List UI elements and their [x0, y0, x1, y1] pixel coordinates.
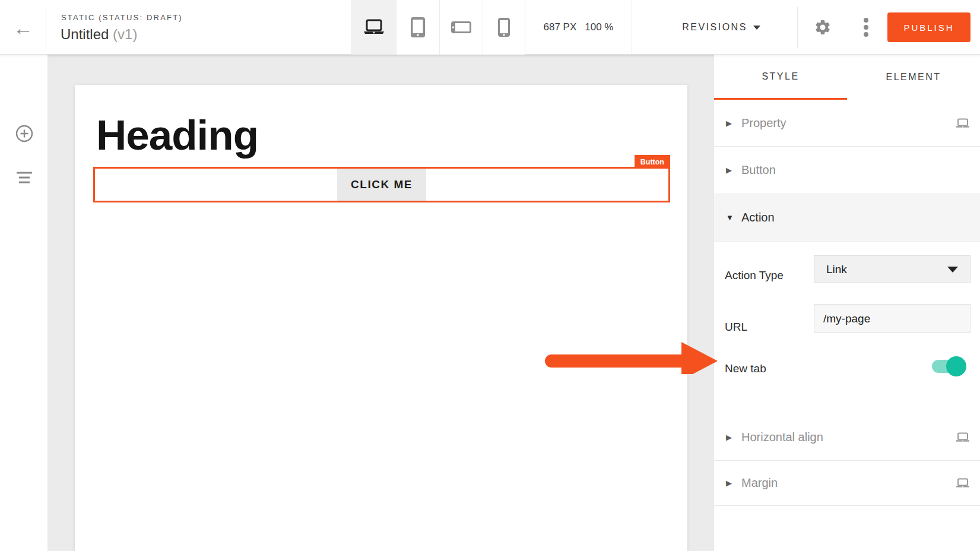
tab-element[interactable]: ELEMENT: [847, 55, 980, 100]
laptop-breakpoint-icon: [956, 478, 970, 488]
section-button[interactable]: ▶ Button: [714, 147, 980, 194]
document-version: (v1): [113, 26, 137, 42]
section-label: Margin: [741, 476, 778, 490]
panel-tabs: STYLE ELEMENT: [714, 55, 980, 100]
chevron-right-icon: ▶: [726, 433, 741, 442]
toggle-knob: [946, 356, 966, 376]
section-horizontal-align[interactable]: ▶ Horizontal align: [714, 414, 980, 461]
phone-landscape-icon: [451, 21, 472, 34]
tablet-icon: [409, 17, 427, 38]
layers-list-icon: [15, 171, 33, 184]
viewport-width-value: 687 PX: [544, 21, 577, 33]
publish-button[interactable]: PUBLISH: [887, 12, 971, 42]
section-label: Property: [741, 116, 786, 130]
chevron-down-icon: [947, 267, 958, 273]
laptop-icon: [362, 18, 386, 36]
page-heading[interactable]: Heading: [96, 111, 258, 159]
zoom-level-value: 100 %: [585, 21, 613, 33]
section-action[interactable]: ▼ Action: [714, 194, 980, 242]
chevron-down-icon: [753, 26, 760, 30]
selected-element-outline[interactable]: Button CLICK ME: [93, 167, 670, 202]
revisions-label: REVISIONS: [682, 22, 747, 33]
editor-canvas: Heading Button CLICK ME: [47, 55, 714, 551]
section-label: Action: [741, 211, 775, 224]
url-input[interactable]: [814, 304, 971, 333]
arrow-left-icon: ←: [13, 17, 33, 39]
element-list-button[interactable]: [12, 165, 37, 190]
tab-style[interactable]: STYLE: [714, 55, 847, 100]
topbar: ← STATIC (STATUS: DRAFT) Untitled (v1): [0, 0, 980, 55]
device-phone-portrait-button[interactable]: [483, 0, 525, 55]
new-tab-label: New tab: [725, 362, 766, 375]
back-button[interactable]: ←: [11, 15, 36, 40]
action-type-label: Action Type: [725, 269, 784, 282]
device-tablet-button[interactable]: [396, 0, 439, 55]
topbar-divider: [46, 7, 46, 48]
chevron-right-icon: ▶: [726, 166, 741, 175]
action-type-dropdown[interactable]: Link: [814, 255, 971, 283]
topbar-divider: [797, 7, 798, 48]
page-preview[interactable]: Heading Button CLICK ME: [75, 85, 687, 551]
action-type-value: Link: [826, 263, 847, 276]
style-panel: STYLE ELEMENT ▶ Property ▶ Button ▼ Acti…: [714, 55, 980, 551]
laptop-breakpoint-icon: [956, 432, 970, 442]
left-toolbar: [0, 55, 47, 551]
selection-tag: Button: [635, 155, 670, 169]
section-label: Button: [741, 163, 776, 177]
circle-plus-icon: [15, 124, 34, 143]
section-property[interactable]: ▶ Property: [714, 100, 980, 147]
gear-icon: [814, 18, 832, 36]
section-margin[interactable]: ▶ Margin: [714, 461, 980, 506]
section-label: Horizontal align: [741, 430, 823, 444]
laptop-breakpoint-icon: [956, 118, 970, 128]
chevron-right-icon: ▶: [726, 119, 741, 128]
device-phone-landscape-button[interactable]: [439, 0, 483, 55]
url-label: URL: [725, 321, 747, 334]
settings-button[interactable]: [811, 15, 835, 39]
add-element-button[interactable]: [12, 121, 37, 146]
new-tab-toggle[interactable]: [932, 356, 966, 377]
chevron-right-icon: ▶: [726, 479, 741, 487]
phone-portrait-icon: [497, 17, 510, 37]
chevron-down-icon: ▼: [726, 213, 741, 222]
device-desktop-button[interactable]: [351, 0, 396, 55]
document-status: STATIC (STATUS: DRAFT): [61, 13, 183, 22]
document-title: Untitled (v1): [61, 26, 137, 43]
page-button-element[interactable]: CLICK ME: [337, 169, 426, 201]
document-name: Untitled: [61, 26, 109, 42]
action-section-content: Action Type Link URL New tab: [714, 242, 980, 414]
more-options-button[interactable]: [854, 15, 878, 39]
viewport-info: 687 PX 100 %: [525, 0, 632, 55]
page-builder-app: ← STATIC (STATUS: DRAFT) Untitled (v1): [0, 0, 980, 551]
revisions-button[interactable]: REVISIONS: [659, 0, 784, 55]
kebab-icon: [864, 15, 868, 39]
